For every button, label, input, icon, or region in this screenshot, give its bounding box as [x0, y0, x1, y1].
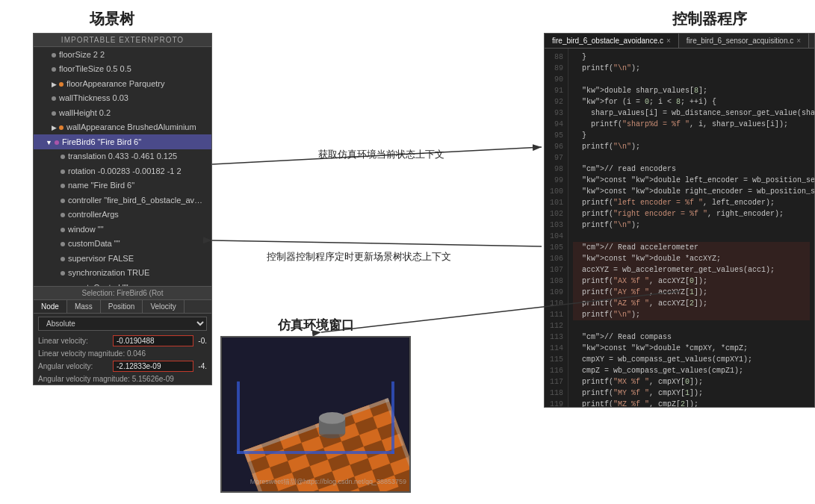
- line-number: 113: [549, 332, 563, 343]
- line-number: 89: [549, 63, 563, 74]
- tree-dot: [61, 228, 65, 232]
- tree-dot: [52, 67, 56, 72]
- code-tab-sensor[interactable]: fire_bird_6_sensor_acquisition.c ×: [679, 34, 809, 48]
- code-body: 8889909192939495969798991001011021031041…: [545, 49, 814, 407]
- line-numbers: 8889909192939495969798991001011021031041…: [545, 49, 568, 407]
- tree-item[interactable]: window "": [34, 222, 211, 237]
- line-number: 116: [549, 365, 563, 376]
- tab-velocity[interactable]: Velocity: [143, 300, 184, 313]
- code-line: }: [573, 130, 810, 141]
- code-line: printf("left encoder = %f ", left_encode…: [573, 197, 810, 208]
- line-number: 114: [549, 343, 563, 354]
- tree-item[interactable]: rotation -0.00283 -0.00182 -1 2: [34, 164, 211, 178]
- tree-item[interactable]: translation 0.433 -0.461 0.125: [34, 149, 211, 164]
- line-number: 118: [549, 388, 563, 399]
- line-number: 92: [549, 96, 563, 108]
- tree-item[interactable]: controller "fire_bird_6_obstacle_avoida: [34, 193, 211, 208]
- tree-item[interactable]: synchronization TRUE: [34, 266, 211, 281]
- reference-dropdown[interactable]: Absolute Relative: [38, 317, 207, 331]
- tree-dot: [52, 96, 56, 101]
- tab-mass[interactable]: Mass: [67, 300, 101, 313]
- tree-item-label: floorAppearance Parquetry: [66, 79, 164, 88]
- tree-arrow: ▼: [46, 138, 52, 149]
- scene-tree-panel: IMPORTABLE EXTERNPROTO floorSize 2 2floo…: [33, 33, 212, 310]
- tab-node[interactable]: Node: [34, 300, 67, 313]
- tree-item[interactable]: floorSize 2 2: [34, 47, 211, 62]
- code-line: }: [573, 52, 810, 63]
- code-line: "cm">// Read accelerometer: [573, 242, 810, 253]
- get-context-label: 获取仿真环境当前状态上下文: [284, 148, 478, 161]
- tab-sensor-close[interactable]: ×: [796, 37, 801, 45]
- tab-obstacle-label: fire_bird_6_obstacle_avoidance.c: [552, 37, 663, 45]
- svg-line-42: [212, 240, 542, 246]
- tree-item[interactable]: ▶floorAppearance Parquetry: [34, 76, 211, 91]
- tree-item-label: window "": [68, 225, 104, 234]
- sim-window-title: 仿真环境窗口: [220, 317, 411, 334]
- line-number: 106: [549, 253, 563, 264]
- line-number: 88: [549, 52, 563, 63]
- linear-velocity-value: -0.0190488: [113, 335, 193, 346]
- tree-dot: [52, 53, 56, 57]
- code-line: [573, 320, 810, 332]
- line-number: 96: [549, 141, 563, 152]
- sim-window: Moresweet猫甜@https://blog.csdn.net/qq_388…: [220, 336, 411, 493]
- scene-tree-title: 场景树: [52, 9, 172, 29]
- properties-panel: Selection: FireBird6 (Rot Node Mass Posi…: [33, 286, 212, 385]
- line-number: 90: [549, 74, 563, 85]
- code-line: cmpXY = wb_compass_get_values(cmpXY1);: [573, 354, 810, 365]
- tab-position[interactable]: Position: [101, 300, 143, 313]
- svg-rect-38: [391, 382, 394, 454]
- tree-item[interactable]: wallThickness 0.03: [34, 91, 211, 106]
- tree-item-label: controllerArgs: [68, 210, 119, 219]
- line-number: 115: [549, 354, 563, 365]
- tree-item[interactable]: floorTileSize 0.5 0.5: [34, 62, 211, 77]
- tree-dot: [61, 213, 65, 217]
- code-line: "kw">const "kw">double right_encoder = w…: [573, 186, 810, 197]
- line-number: 100: [549, 186, 563, 197]
- code-line: printf("\n");: [573, 309, 810, 320]
- tree-item[interactable]: ▼FireBird6 "Fire Bird 6": [34, 134, 211, 149]
- tree-item-label: controller "fire_bird_6_obstacle_avoida: [68, 196, 210, 205]
- angular-velocity-magnitude: Angular velocity magnitude: 5.15626e-09: [34, 373, 211, 385]
- svg-rect-36: [237, 451, 394, 454]
- tree-item[interactable]: customData "": [34, 237, 211, 252]
- tree-item-label: floorTileSize 0.5 0.5: [59, 64, 131, 73]
- code-line: printf("AZ %f ", accXYZ[2]);: [573, 298, 810, 309]
- tree-item[interactable]: name "Fire Bird 6": [34, 178, 211, 193]
- code-line: "cm">// read encoders: [573, 164, 810, 175]
- code-line: printf("MY %f ", cmpXY[1]);: [573, 388, 810, 399]
- line-number: 117: [549, 376, 563, 388]
- line-number: 91: [549, 85, 563, 96]
- line-number: 107: [549, 264, 563, 276]
- tree-dot: [59, 125, 63, 130]
- tree-item-label: wallHeight 0.2: [59, 108, 111, 117]
- tree-item[interactable]: ▶wallAppearance BrushedAluminium: [34, 120, 211, 135]
- tree-dot: [61, 257, 65, 261]
- line-number: 104: [549, 231, 563, 242]
- tree-item[interactable]: wallHeight 0.2: [34, 105, 211, 120]
- code-tab-obstacle[interactable]: fire_bird_6_obstacle_avoidance.c ×: [545, 34, 679, 48]
- watermark: Moresweet猫甜@https://blog.csdn.net/qq_388…: [250, 477, 406, 487]
- line-number: 119: [549, 399, 563, 407]
- tab-obstacle-close[interactable]: ×: [666, 37, 671, 45]
- code-line: printf("\n");: [573, 141, 810, 152]
- code-line: "kw">const "kw">double left_encoder = wb…: [573, 175, 810, 186]
- code-line: "kw">double sharp_values[8];: [573, 85, 810, 96]
- code-content: } printf("\n"); "kw">double sharp_values…: [568, 49, 814, 407]
- sim-canvas: [222, 337, 409, 491]
- code-line: "kw">const "kw">double *accXYZ;: [573, 253, 810, 264]
- code-line: printf("MZ %f ", cmpZ[2]);: [573, 399, 810, 407]
- tree-item-label: customData "": [68, 239, 120, 248]
- props-tabs: Node Mass Position Velocity: [34, 300, 211, 314]
- tree-item[interactable]: supervisor FALSE: [34, 251, 211, 266]
- props-header: Selection: FireBird6 (Rot: [34, 287, 211, 300]
- line-number: 105: [549, 242, 563, 253]
- tree-item[interactable]: controllerArgs: [34, 208, 211, 223]
- tree-dot: [61, 155, 65, 159]
- code-line: [573, 231, 810, 242]
- linear-velocity-field: Linear velocity: -0.0190488 -0.: [34, 334, 211, 348]
- tree-dot: [61, 271, 65, 276]
- line-number: 109: [549, 287, 563, 298]
- linear-velocity-magnitude: Linear velocity magnitude: 0.046: [34, 348, 211, 359]
- line-number: 97: [549, 152, 563, 164]
